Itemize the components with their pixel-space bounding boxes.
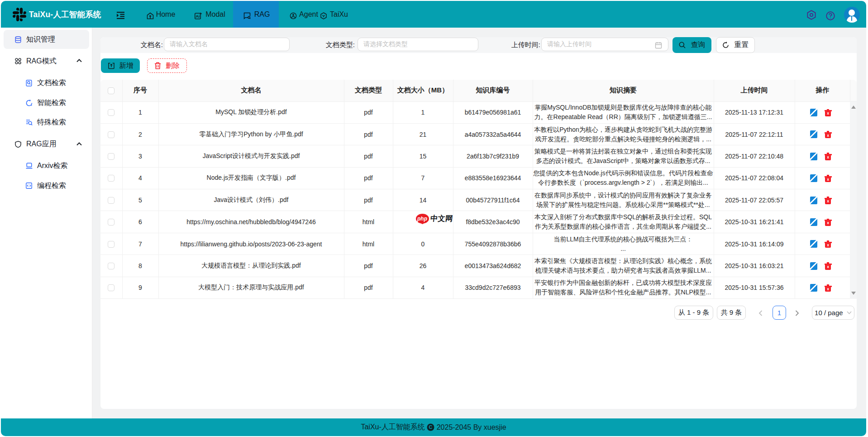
svg-text:C: C — [429, 424, 433, 430]
svg-text:php: php — [417, 216, 427, 222]
svg-text:中文网: 中文网 — [430, 214, 453, 223]
